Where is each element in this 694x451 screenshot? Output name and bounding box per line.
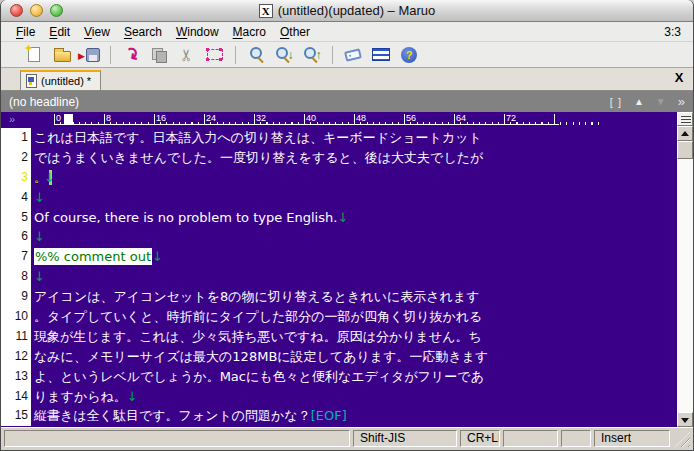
tab-untitled[interactable]: (untitled) * (20, 70, 101, 90)
cut-icon: ✂ (179, 48, 195, 61)
text-segment: りますからね。 (34, 389, 127, 404)
text-segment: 。タイプしていくと、時折前にタイプした部分の一部が四角く切り抜かれる (34, 309, 482, 324)
menu-macro[interactable]: Macro (226, 23, 273, 41)
line-number-1: 1 (1, 128, 31, 148)
insert-mode-panel[interactable]: Insert (594, 430, 670, 447)
text-line-14[interactable]: りますからね。↓ (34, 387, 677, 407)
find-button[interactable] (243, 44, 269, 66)
text-line-2[interactable]: ではうまくいきませんでした。一度切り替えをすると、後は大丈夫でしたが (34, 148, 677, 168)
text-line-7[interactable]: %% comment out↓ (34, 247, 677, 267)
line-list-icon[interactable] (677, 112, 693, 126)
next-headline-icon[interactable]: ▼ (656, 97, 666, 107)
text-line-11[interactable]: 現象が生じます。これは、少々気持ち悪いですね。原因は分かりません。ち (34, 327, 677, 347)
document-icon (26, 74, 37, 88)
status-empty-panel-2 (561, 430, 591, 447)
find-next-button[interactable]: ↓ (271, 44, 297, 66)
close-window-button[interactable] (10, 4, 23, 17)
text-line-15[interactable]: 縦書きは全く駄目です。フォントの問題かな？[EOF] (34, 406, 677, 426)
zoom-window-button[interactable] (50, 4, 63, 17)
text-line-9[interactable]: アイコンは、アイコンセットを8の物に切り替えるときれいに表示されます (34, 287, 677, 307)
encoding-panel[interactable]: Shift-JIS (353, 430, 457, 447)
undo-button[interactable]: ↷ (118, 44, 144, 66)
magnifier-icon (275, 47, 290, 62)
line-number-8: 8 (1, 267, 31, 287)
text-line-13[interactable]: よ、というレベルでしょうか。Macにも色々と便利なエディタがフリーであ (34, 367, 677, 387)
scroll-down-button[interactable] (677, 412, 693, 427)
ruler-mark-56: 56 (404, 112, 454, 125)
cut-button[interactable]: ✂ (174, 44, 200, 66)
ruler-number: 72 (506, 113, 516, 123)
scroll-up-button[interactable] (677, 126, 693, 141)
toolbar-separator (110, 46, 111, 64)
text-content[interactable]: これは日本語です。日本語入力への切り替えは、キーボードショートカットではうまくい… (31, 126, 677, 427)
resize-grip[interactable] (675, 432, 690, 447)
text-segment: ではうまくいきませんでした。一度切り替えをすると、後は大丈夫でしたが (34, 150, 483, 165)
line-ending-panel[interactable]: CR+LF (460, 430, 500, 447)
newline-mark: ↓ (34, 190, 45, 205)
split-window-icon (372, 48, 390, 61)
menu-bar: FileEditViewSearchWindowMacroOther 3:3 (1, 22, 693, 42)
text-line-4[interactable]: ↓ (34, 188, 677, 208)
text-line-8[interactable]: ↓ (34, 267, 677, 287)
ruler-number: 32 (256, 113, 266, 123)
copy-button[interactable] (146, 44, 172, 66)
text-line-5[interactable]: Of course, there is no problem to type E… (34, 208, 677, 228)
ruler-number: 64 (456, 113, 466, 123)
text-segment: アイコンは、アイコンセットを8の物に切り替えるときれいに表示されます (34, 289, 480, 304)
minimize-window-button[interactable] (30, 4, 43, 17)
ruler-mark-48: 48 (354, 112, 404, 125)
save-file-button[interactable] (77, 44, 103, 66)
menu-window[interactable]: Window (169, 23, 226, 41)
text-segment: なみに、メモリーサイズは最大の128MBに設定してあります。一応動きます (34, 349, 488, 364)
text-region: 123456789101112131415 これは日本語です。日本語入力への切り… (1, 126, 693, 427)
jump-tag-icon (344, 48, 362, 62)
ruler-number: 24 (206, 113, 216, 123)
ruler-mark-64: 64 (454, 112, 504, 125)
editor-area: » 081624324048566472 1234567891011121314… (1, 112, 693, 427)
text-line-10[interactable]: 。タイプしていくと、時折前にタイプした部分の一部が四角く切り抜かれる (34, 307, 677, 327)
save-file-icon (86, 48, 100, 62)
text-line-12[interactable]: なみに、メモリーサイズは最大の128MBに設定してあります。一応動きます (34, 347, 677, 367)
menu-file[interactable]: File (9, 23, 42, 41)
menu-other[interactable]: Other (273, 23, 317, 41)
split-window-button[interactable] (368, 44, 394, 66)
copy-icon (152, 48, 167, 62)
eof-marker: [EOF] (311, 408, 347, 423)
newline-mark: ↓ (34, 229, 45, 244)
selection-brackets-icon[interactable]: [ ] (610, 97, 622, 107)
scrollbar-track[interactable] (677, 159, 693, 412)
menu-search[interactable]: Search (117, 23, 169, 41)
menu-view[interactable]: View (77, 23, 117, 41)
x11-icon: X (259, 4, 273, 18)
ruler-mark-tail (554, 112, 604, 125)
close-tab-button[interactable]: X (671, 70, 687, 86)
paste-select-button[interactable] (202, 44, 228, 66)
toolbar-separator (332, 46, 333, 64)
scrollbar-thumb[interactable] (677, 141, 693, 159)
find-previous-button[interactable]: ↑ (299, 44, 325, 66)
line-number-13: 13 (1, 367, 31, 387)
ruler-mark-0: 0 (54, 112, 104, 125)
text-line-1[interactable]: これは日本語です。日本語入力への切り替えは、キーボードショートカット (34, 128, 677, 148)
line-number-5: 5 (1, 208, 31, 228)
open-file-button[interactable] (49, 44, 75, 66)
title-bar[interactable]: X (untitled)(updated) – Maruo (1, 0, 693, 22)
text-line-3[interactable]: 。↓ (34, 168, 677, 188)
toolbar: ↷✂↓↑? (1, 42, 693, 68)
text-segment: これは日本語です。日本語入力への切り替えは、キーボードショートカット (34, 130, 482, 145)
line-number-gutter: 123456789101112131415 (1, 126, 31, 427)
headline-text: (no headline) (9, 95, 79, 109)
ruler-mark-24: 24 (204, 112, 254, 125)
text-segment: 現象が生じます。これは、少々気持ち悪いですね。原因は分かりません。ち (34, 329, 482, 344)
jump-tag-button[interactable] (340, 44, 366, 66)
ruler-overflow-marker: » (9, 113, 15, 125)
ruler-mark-32: 32 (254, 112, 304, 125)
menu-edit[interactable]: Edit (42, 23, 77, 41)
previous-headline-icon[interactable]: ▲ (634, 97, 644, 107)
new-file-button[interactable] (21, 44, 47, 66)
help-button[interactable]: ? (396, 44, 422, 66)
more-chevrons-icon[interactable]: » (678, 97, 685, 107)
newline-mark: ↓ (337, 210, 348, 225)
down-arrow-icon (681, 418, 689, 423)
text-line-6[interactable]: ↓ (34, 227, 677, 247)
